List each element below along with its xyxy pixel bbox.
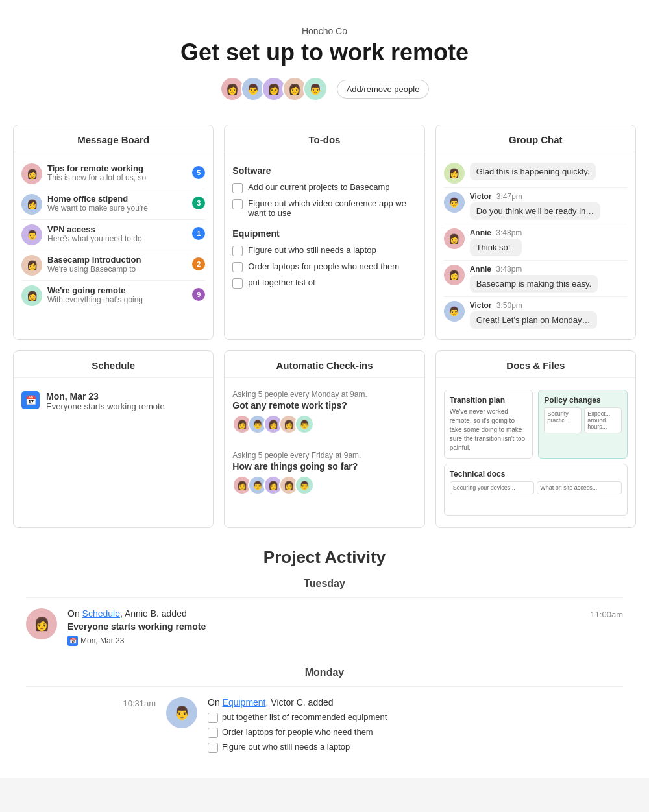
msg-title: We're going remote <box>47 285 187 295</box>
msg-content: We're going remote With everything that'… <box>47 285 187 304</box>
avatar: 👩 <box>21 163 42 184</box>
todo-item: Figure out who still needs a laptop <box>208 740 623 755</box>
activity-content: On Schedule, Annie B. added Everyone sta… <box>67 608 567 646</box>
todo-checkbox[interactable] <box>232 183 243 193</box>
chat-sender: Victor 3:50pm <box>470 301 597 310</box>
doc-title: Policy changes <box>544 396 622 405</box>
doc-title: Technical docs <box>450 470 622 479</box>
list-item[interactable]: 👩 Home office stipend We want to make su… <box>21 189 205 220</box>
checkin-question: Got any remote work tips? <box>232 400 416 411</box>
checkins-card: Automatic Check-ins Asking 5 people ever… <box>224 350 424 528</box>
list-item[interactable]: 👩 We're going remote With everything tha… <box>21 281 205 311</box>
list-item[interactable]: Order laptops for people who need them <box>232 259 416 275</box>
docs-title: Docs & Files <box>436 351 635 378</box>
todo-checkbox[interactable] <box>232 199 243 209</box>
list-item[interactable]: Figure out which video conference app we… <box>232 196 416 221</box>
todos-title: To-dos <box>225 125 424 152</box>
schedule-body: 📅 Mon, Mar 23 Everyone starts working re… <box>14 378 213 424</box>
chat-bubble: Glad this is happening quickly. <box>470 163 596 180</box>
checkin-avatars: 👩 👨 👩 👩 👨 <box>232 475 416 495</box>
avatar: 👩 <box>444 228 465 249</box>
schedule-card: Schedule 📅 Mon, Mar 23 Everyone starts w… <box>13 350 214 528</box>
doc-item[interactable]: Policy changes Security practic... Expec… <box>538 390 628 459</box>
schedule-item[interactable]: 📅 Mon, Mar 23 Everyone starts working re… <box>21 385 205 418</box>
msg-content: Tips for remote working This is new for … <box>47 163 187 182</box>
day-label-monday: Monday <box>26 667 623 678</box>
calendar-icon: 📅 <box>67 636 78 646</box>
schedule-title: Schedule <box>14 351 213 378</box>
checkin-asking: Asking 5 people every Friday at 9am. <box>232 451 416 460</box>
activity-event-title: Everyone starts working remote <box>67 621 567 632</box>
project-activity: Project Activity Tuesday 👩 On Schedule, … <box>13 547 636 765</box>
avatar: 👨 <box>21 224 42 245</box>
msg-badge: 3 <box>192 197 205 209</box>
message-board-title: Message Board <box>14 125 213 152</box>
activity-link[interactable]: Schedule <box>82 608 120 619</box>
todo-item: Order laptops for people who need them <box>208 725 623 740</box>
calendar-icon: 📅 <box>21 391 40 409</box>
list-item[interactable]: Figure out who still needs a laptop <box>232 243 416 259</box>
group-chat-title: Group Chat <box>436 125 635 152</box>
doc-item[interactable]: Transition plan We've never worked remot… <box>444 390 533 459</box>
list-item[interactable]: 👩 Tips for remote working This is new fo… <box>21 159 205 189</box>
activity-time: 11:00am <box>578 608 623 619</box>
avatar: 👨 <box>444 192 465 213</box>
todo-checkbox[interactable] <box>232 278 243 289</box>
list-item[interactable]: Add our current projects to Basecamp <box>232 180 416 196</box>
avatar-stack: 👩 👨 👩 👩 👨 <box>220 77 328 101</box>
msg-preview: Here's what you need to do <box>47 234 187 243</box>
todo-checkbox[interactable] <box>232 262 243 272</box>
msg-title: Home office stipend <box>47 194 187 204</box>
msg-preview: We want to make sure you're <box>47 204 187 213</box>
msg-title: Basecamp Introduction <box>47 255 187 265</box>
list-item[interactable]: 👩 Basecamp Introduction We're using Base… <box>21 250 205 281</box>
msg-preview: With everything that's going <box>47 295 187 304</box>
schedule-description: Everyone starts working remote <box>46 401 165 411</box>
doc-title: Transition plan <box>450 396 528 405</box>
chat-sender: Annie 3:48pm <box>470 228 522 237</box>
avatar: 👩 <box>21 255 42 276</box>
todo-checkbox[interactable] <box>208 728 218 738</box>
add-people-button[interactable]: Add/remove people <box>337 80 430 99</box>
checkins-title: Automatic Check-ins <box>225 351 424 378</box>
activity-description: On Schedule, Annie B. added <box>67 608 567 619</box>
activity-event: 10:31am 👨 On Equipment, Victor C. added … <box>26 686 623 765</box>
activity-avatar: 👨 <box>166 697 197 728</box>
activity-event: 👩 On Schedule, Annie B. added Everyone s… <box>26 597 623 656</box>
todo-checkbox[interactable] <box>208 713 218 723</box>
todo-section-equipment: Equipment <box>232 228 416 239</box>
chat-message: 👩 Annie 3:48pm Basecamp is making this e… <box>444 261 628 297</box>
list-item[interactable]: put together list of <box>232 275 416 291</box>
avatar: 👨 <box>444 301 465 322</box>
checkin-avatars: 👩 👨 👩 👩 👨 <box>232 414 416 434</box>
schedule-date: Mon, Mar 23 <box>46 391 165 401</box>
checkins-body: Asking 5 people every Monday at 9am. Got… <box>225 378 424 507</box>
todo-item: put together list of recommended equipme… <box>208 710 623 725</box>
avatar: 👩 <box>444 265 465 285</box>
day-label-tuesday: Tuesday <box>26 578 623 590</box>
docs-body: Transition plan We've never worked remot… <box>436 378 635 527</box>
msg-badge: 1 <box>192 227 205 240</box>
chat-sender: Annie 3:48pm <box>470 265 598 274</box>
activity-link[interactable]: Equipment <box>223 697 266 708</box>
activity-title: Project Activity <box>26 547 623 567</box>
chat-message: 👨 Victor 3:47pm Do you think we'll be re… <box>444 188 628 224</box>
msg-content: VPN access Here's what you need to do <box>47 224 187 243</box>
todo-checkbox[interactable] <box>208 743 218 753</box>
chat-bubble: Think so! <box>470 239 522 256</box>
checkin-question: How are things going so far? <box>232 461 416 472</box>
todo-checkbox[interactable] <box>232 246 243 256</box>
avatar: 👨 <box>303 77 328 101</box>
doc-text: We've never worked remote, so it's going… <box>450 407 528 453</box>
bottom-grid: Schedule 📅 Mon, Mar 23 Everyone starts w… <box>13 350 636 528</box>
msg-badge: 2 <box>192 257 205 270</box>
checkin-item: Asking 5 people every Friday at 9am. How… <box>232 446 416 500</box>
msg-title: Tips for remote working <box>47 163 187 173</box>
message-board-body: 👩 Tips for remote working This is new fo… <box>14 152 213 317</box>
group-chat-card: Group Chat 👩 Glad this is happening quic… <box>435 125 636 340</box>
list-item[interactable]: 👨 VPN access Here's what you need to do … <box>21 220 205 250</box>
msg-content: Home office stipend We want to make sure… <box>47 194 187 213</box>
company-name: Honcho Co <box>13 26 636 36</box>
doc-item[interactable]: Technical docs Securing your devices... … <box>444 464 628 516</box>
docs-card: Docs & Files Transition plan We've never… <box>435 350 636 528</box>
